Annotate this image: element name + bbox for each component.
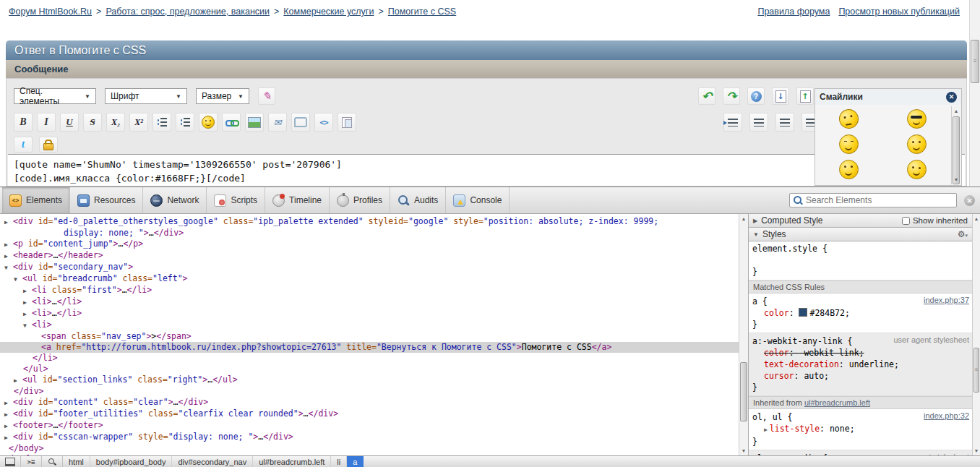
scroll-up-icon[interactable]: ▲ (973, 214, 980, 223)
image-button[interactable] (245, 113, 264, 132)
breadcrumb-link[interactable]: Помогите с CSS (388, 7, 456, 17)
smiley-cell[interactable] (883, 182, 951, 185)
bullet-list-button[interactable] (152, 113, 171, 132)
crumb-div#secondary_nav[interactable]: div#secondary_nav (172, 456, 253, 467)
dom-tree-node[interactable]: <a href="http://forum.htmlbook.ru/index.… (0, 342, 739, 353)
close-icon[interactable]: ✕ (946, 92, 957, 103)
scroll-down-icon[interactable]: ▼ (952, 175, 960, 184)
dropdown-1[interactable]: Шрифт▼ (105, 88, 187, 104)
remove-format-button[interactable]: ✎ (258, 87, 275, 105)
crumb-li[interactable]: li (331, 456, 347, 467)
superscript-button[interactable]: X² (129, 113, 148, 132)
numbered-list-button[interactable] (176, 113, 194, 132)
strike-button[interactable]: S (83, 113, 102, 132)
tab-timeline[interactable]: Timeline (265, 187, 330, 213)
css-property[interactable]: color: #284B72; (752, 307, 968, 319)
download-button[interactable]: ↓ (772, 87, 789, 105)
italic-button[interactable]: I (37, 113, 56, 132)
align-left-button[interactable] (749, 113, 768, 132)
dom-tree-node[interactable]: ▶<li class="first">…</li> (0, 285, 739, 296)
search-input[interactable] (803, 195, 956, 205)
devtools-close-icon[interactable]: ✕ (964, 195, 975, 206)
inherited-node-link[interactable]: ul#breadcrumb.left (804, 398, 870, 407)
dom-tree-node[interactable]: ▼<div id="secondary_nav"> (0, 262, 739, 273)
dom-tree-node[interactable]: ▶<li>…</li> (0, 296, 739, 308)
code-button[interactable]: <> (314, 113, 333, 132)
css-rule[interactable]: ol, ul {index.php:32▶list-style: none;} (749, 409, 972, 450)
dom-tree-node[interactable]: ▶<ul id="section_links" class="right">…<… (0, 374, 739, 386)
smiley-cell[interactable] (815, 132, 883, 157)
crumb-ul#breadcrumb.left[interactable]: ul#breadcrumb.left (253, 456, 331, 467)
smiley-cell[interactable] (815, 157, 883, 182)
smiley-cell[interactable] (883, 157, 951, 182)
header-link[interactable]: Правила форума (757, 7, 830, 17)
quote-button[interactable] (291, 113, 310, 132)
subscript-button[interactable]: X₂ (106, 113, 125, 132)
smiley-cell[interactable] (883, 106, 951, 132)
crumb-a[interactable]: a (347, 456, 364, 467)
tree-scrollbar[interactable]: ▲ ▼ (739, 214, 748, 455)
breadcrumb-link[interactable]: Форум HtmlBook.Ru (9, 7, 92, 17)
dom-tree-node[interactable]: ▶<li>…</li> (0, 308, 739, 320)
tab-resources[interactable]: Resources (70, 187, 143, 213)
twitter-button[interactable]: t (14, 137, 33, 153)
smiley-scrollbar-thumb[interactable] (953, 116, 960, 184)
dom-tree-node[interactable]: ▶<header>…</header> (0, 250, 739, 262)
scroll-down-icon[interactable]: ▼ (739, 446, 748, 455)
smiley-scrollbar[interactable]: ▲ ▼ (951, 106, 960, 184)
tab-console[interactable]: Console (446, 187, 510, 213)
dropdown-0[interactable]: Спец. элементы▼ (14, 88, 96, 104)
scroll-up-icon[interactable]: ▲ (952, 106, 960, 116)
computed-style-header[interactable]: ▶ Computed Style Show inherited (749, 214, 972, 228)
dom-tree-node[interactable]: <span class="nav_sep">></span> (0, 331, 739, 342)
help-button[interactable]: ? (747, 87, 765, 105)
dom-tree-node[interactable]: </div> (0, 386, 739, 397)
css-property[interactable]: color: -webkit-link; (752, 347, 968, 359)
css-property[interactable]: ▶list-style: none; (752, 423, 968, 436)
link-button[interactable] (222, 113, 241, 132)
tab-elements[interactable]: Elements (2, 187, 70, 213)
styles-header[interactable]: ▼ Styles ⚙▾ (749, 228, 972, 241)
underline-button[interactable]: U (60, 113, 79, 132)
breadcrumb-link[interactable]: Работа: спрос, предложение, вакансии (106, 7, 270, 17)
css-rule[interactable]: ul, menu, dir {user agent stylesheetlist… (749, 450, 972, 455)
dom-tree-node[interactable]: display: none; ">…</div> (0, 228, 739, 239)
breadcrumb-link[interactable]: Коммерческие услуги (283, 7, 374, 17)
undo-button[interactable]: ↶ (698, 87, 715, 105)
page-scrollbar[interactable]: ≡ (969, 0, 980, 187)
rule-source[interactable]: index.php:32 (924, 411, 969, 420)
indent-button[interactable] (723, 113, 742, 132)
emoticon-button[interactable] (199, 113, 218, 132)
dom-tree-node[interactable]: ▶<footer>…</footer> (0, 420, 739, 432)
crumb-html[interactable]: html (63, 456, 90, 467)
dropdown-2[interactable]: Размер▼ (196, 88, 249, 104)
crumb-body#ipboard_body[interactable]: body#ipboard_body (90, 456, 173, 467)
element-style-rule[interactable]: element.style { } (749, 241, 972, 280)
expand-arrow-icon[interactable]: ▶ (764, 427, 768, 433)
dom-tree-node[interactable]: </body> (0, 443, 739, 454)
show-inherited-checkbox[interactable] (902, 217, 910, 225)
smiley-cell[interactable] (815, 182, 883, 185)
rule-source[interactable]: index.php:37 (924, 296, 969, 304)
dom-tree-node[interactable]: ▶<div id="ed-0_palette_otherstyles_googl… (0, 216, 739, 228)
tab-network[interactable]: Network (143, 187, 207, 213)
email-button[interactable]: ✉ (268, 113, 287, 132)
inspect-button[interactable] (42, 456, 63, 467)
dom-tree-node[interactable]: ▶<div id="csscan-wrapper" style="display… (0, 432, 739, 443)
paste-button[interactable] (338, 113, 356, 132)
sidebar-scrollbar-thumb[interactable]: ≡ (973, 348, 979, 393)
dom-tree-node[interactable]: ▶<div id="footer_utilities" class="clear… (0, 408, 739, 420)
dom-tree-node[interactable]: ▶<p id="content_jump">…</p> (0, 239, 739, 250)
page-scrollbar-thumb[interactable]: ≡ (971, 40, 979, 83)
scroll-up-icon[interactable]: ▲ (739, 214, 748, 223)
redo-button[interactable]: ↷ (723, 87, 740, 105)
dock-side-button[interactable] (0, 456, 21, 467)
tree-scrollbar-thumb[interactable] (740, 362, 747, 421)
console-drawer-button[interactable]: >≡ (21, 456, 42, 467)
tab-scripts[interactable]: Scripts (207, 187, 265, 213)
bold-button[interactable]: B (14, 113, 33, 132)
css-rule[interactable]: a:-webkit-any-link {user agent styleshee… (749, 333, 972, 396)
smiley-cell[interactable] (815, 106, 883, 132)
css-property[interactable]: cursor: auto; (752, 370, 968, 382)
align-center-button[interactable] (775, 113, 794, 132)
